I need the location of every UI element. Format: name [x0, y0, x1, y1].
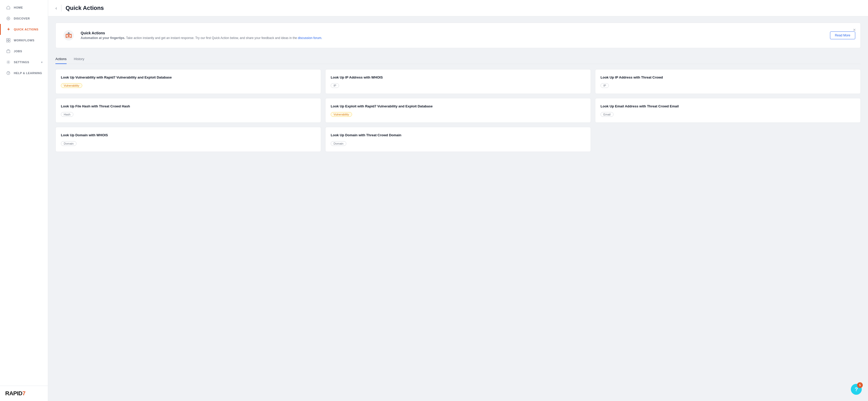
- svg-point-14: [68, 32, 69, 33]
- svg-rect-4: [6, 40, 8, 42]
- card-tag-ip-threat-crowd: IP: [600, 83, 609, 88]
- sidebar-item-quick-actions-label: QUICK ACTIONS: [14, 28, 38, 31]
- card-title-file-hash-threat-crowd: Look Up File Hash with Threat Crowd Hash: [61, 104, 316, 109]
- svg-point-12: [69, 35, 71, 37]
- sidebar-item-workflows[interactable]: WORKFLOWS: [0, 35, 48, 46]
- cards-grid: Look Up Vulnerability with Rapid7 Vulner…: [55, 69, 861, 152]
- svg-point-7: [8, 62, 9, 63]
- page-title: Quick Actions: [61, 5, 104, 11]
- action-card-exploit-rapid7[interactable]: Look Up Exploit with Rapid7 Vulnerabilit…: [325, 98, 591, 123]
- card-title-domain-whois: Look Up Domain with WHOIS: [61, 133, 316, 138]
- banner-mascot: [61, 28, 76, 43]
- svg-point-1: [8, 18, 9, 19]
- svg-rect-2: [6, 38, 8, 40]
- card-title-vuln-rapid7: Look Up Vulnerability with Rapid7 Vulner…: [61, 75, 316, 80]
- content-area: Quick Actions Automation at your fingert…: [48, 16, 868, 401]
- card-title-exploit-rapid7: Look Up Exploit with Rapid7 Vulnerabilit…: [331, 104, 585, 109]
- workflow-icon: [6, 38, 11, 43]
- sidebar-item-jobs-label: JOBS: [14, 50, 22, 53]
- banner-subtitle: Automation at your fingertips.: [81, 36, 125, 40]
- jobs-icon: [6, 49, 11, 54]
- discover-icon: [6, 16, 11, 21]
- action-card-vuln-rapid7[interactable]: Look Up Vulnerability with Rapid7 Vulner…: [55, 69, 321, 94]
- sidebar-item-help[interactable]: HELP & LEARNING: [0, 68, 48, 78]
- sidebar-nav: HOME DISCOVER QUICK ACTIONS: [0, 0, 48, 386]
- svg-rect-6: [7, 50, 10, 53]
- sidebar-item-home[interactable]: HOME: [0, 2, 48, 13]
- banner-title: Quick Actions: [81, 31, 826, 35]
- svg-rect-3: [8, 38, 10, 40]
- card-tag-domain-threat-crowd: Domain: [331, 141, 346, 146]
- banner-actions: Read More: [830, 31, 855, 39]
- main-content: ‹ Quick Actions Quick Actions: [48, 0, 868, 401]
- svg-point-0: [7, 17, 10, 20]
- lightning-icon: [6, 27, 11, 32]
- banner-content: Quick Actions Automation at your fingert…: [81, 31, 826, 40]
- sidebar-item-discover[interactable]: DISCOVER: [0, 13, 48, 24]
- notification-badge: 5: [857, 382, 863, 388]
- sidebar-item-quick-actions[interactable]: QUICK ACTIONS: [0, 24, 48, 35]
- sidebar-item-workflows-label: WORKFLOWS: [14, 39, 35, 42]
- action-card-file-hash-threat-crowd[interactable]: Look Up File Hash with Threat Crowd Hash…: [55, 98, 321, 123]
- card-tag-file-hash-threat-crowd: Hash: [61, 112, 73, 117]
- banner-description: Automation at your fingertips. Take acti…: [81, 36, 826, 40]
- help-button[interactable]: 5 ?: [851, 384, 862, 395]
- help-fab: 5 ?: [851, 384, 862, 395]
- banner-desc-text: Take action instantly and get an instant…: [126, 36, 298, 40]
- topbar: ‹ Quick Actions: [48, 0, 868, 16]
- sidebar-item-discover-label: DISCOVER: [14, 17, 30, 20]
- sidebar-item-home-label: HOME: [14, 6, 23, 9]
- action-card-email-threat-crowd[interactable]: Look Up Email Address with Threat Crowd …: [595, 98, 861, 123]
- settings-chevron-icon: ▾: [41, 61, 43, 64]
- action-card-domain-threat-crowd[interactable]: Look Up Domain with Threat Crowd DomainD…: [325, 127, 591, 152]
- card-tag-vuln-rapid7: Vulnerability: [61, 83, 82, 88]
- tab-actions[interactable]: Actions: [55, 54, 67, 64]
- banner-close-button[interactable]: ×: [852, 27, 857, 33]
- tab-history[interactable]: History: [74, 54, 84, 64]
- home-icon: [6, 5, 11, 10]
- logo-text: RAPID7: [5, 390, 43, 397]
- sidebar-item-jobs[interactable]: JOBS: [0, 46, 48, 57]
- sidebar-item-help-label: HELP & LEARNING: [14, 71, 42, 75]
- help-learning-icon: [6, 71, 11, 75]
- card-tag-exploit-rapid7: Vulnerability: [331, 112, 352, 117]
- svg-point-11: [66, 35, 68, 37]
- sidebar-item-settings-label: SETTINGS: [14, 61, 29, 64]
- sidebar-logo: RAPID7: [0, 386, 48, 401]
- card-tag-ip-whois: IP: [331, 83, 339, 88]
- card-title-ip-whois: Look Up IP Address with WHOIS: [331, 75, 585, 80]
- tab-bar: Actions History: [55, 54, 861, 64]
- logo-accent: 7: [22, 390, 26, 397]
- help-icon: ?: [855, 387, 858, 393]
- card-title-domain-threat-crowd: Look Up Domain with Threat Crowd Domain: [331, 133, 585, 138]
- svg-rect-5: [8, 40, 10, 42]
- card-title-email-threat-crowd: Look Up Email Address with Threat Crowd …: [600, 104, 855, 109]
- action-card-domain-whois[interactable]: Look Up Domain with WHOISDomain: [55, 127, 321, 152]
- card-tag-email-threat-crowd: Email: [600, 112, 614, 117]
- action-card-ip-threat-crowd[interactable]: Look Up IP Address with Threat CrowdIP: [595, 69, 861, 94]
- read-more-button[interactable]: Read More: [830, 31, 855, 39]
- banner-forum-link[interactable]: discussion forum.: [298, 36, 322, 40]
- settings-icon: [6, 60, 11, 65]
- card-title-ip-threat-crowd: Look Up IP Address with Threat Crowd: [600, 75, 855, 80]
- sidebar-item-settings[interactable]: SETTINGS ▾: [0, 57, 48, 68]
- info-banner: Quick Actions Automation at your fingert…: [55, 23, 861, 48]
- sidebar: HOME DISCOVER QUICK ACTIONS: [0, 0, 48, 401]
- card-tag-domain-whois: Domain: [61, 141, 76, 146]
- action-card-ip-whois[interactable]: Look Up IP Address with WHOISIP: [325, 69, 591, 94]
- back-button[interactable]: ‹: [55, 6, 57, 10]
